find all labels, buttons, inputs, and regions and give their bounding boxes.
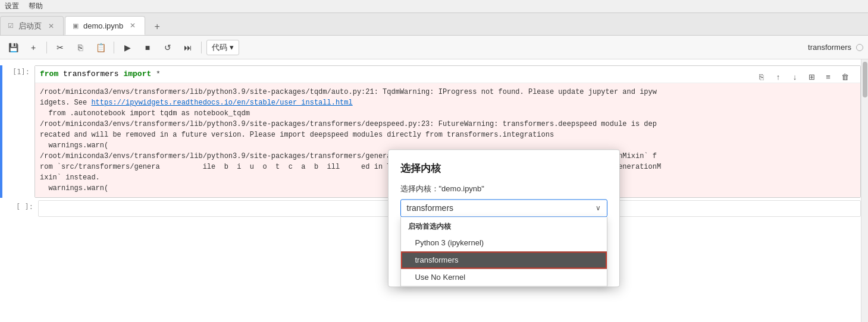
kernel-dropdown-list: 启动首选内核 Python 3 (ipykernel) transformers… (400, 217, 607, 286)
toolbar-divider-1 (46, 42, 47, 53)
tab-add-button[interactable]: + (149, 18, 165, 35)
cell-type-arrow: ▾ (230, 43, 234, 52)
kernel-name-label: transformers (808, 43, 851, 52)
tab-bar: ☑ 启动页 ✕ ▣ demo.ipynb ✕ + (0, 13, 868, 36)
toolbar-divider-3 (201, 42, 202, 53)
kernel-select-value: transformers (407, 203, 596, 213)
cell-type-select[interactable]: 代码 ▾ (206, 40, 239, 55)
interrupt-button[interactable]: ■ (139, 39, 156, 56)
tab-startup[interactable]: ☑ 启动页 ✕ (0, 16, 64, 35)
toolbar-right: transformers (808, 43, 863, 52)
cell-type-label: 代码 (212, 42, 227, 53)
toolbar: 💾 + ✂ ⎘ 📋 ▶ ■ ↺ ⏭ 代码 ▾ transformers (0, 36, 868, 59)
cut-button[interactable]: ✂ (52, 39, 68, 56)
notebook-area: ⎘ ↑ ↓ ⊞ ≡ 🗑 [1]: from transformers impor… (0, 59, 868, 322)
copy-button[interactable]: ⎘ (72, 39, 89, 56)
restart-button[interactable]: ↺ (159, 39, 176, 56)
paste-button[interactable]: 📋 (92, 39, 109, 56)
dropdown-arrow-icon: ∨ (596, 204, 601, 212)
dropdown-item-nokernel[interactable]: Use No Kernel (401, 269, 607, 286)
dropdown-group-label: 启动首选内核 (401, 217, 607, 234)
tab-demo-ipynb[interactable]: ▣ demo.ipynb ✕ (65, 16, 145, 35)
dropdown-item-python3[interactable]: Python 3 (ipykernel) (401, 234, 607, 251)
tab-demo-icon: ▣ (73, 22, 79, 30)
kernel-select-dialog: 选择内核 选择内核："demo.ipynb" transformers ∨ 启动… (388, 149, 620, 287)
kernel-status-indicator (856, 44, 863, 51)
add-cell-button[interactable]: + (25, 39, 42, 56)
tab-startup-label: 启动页 (18, 21, 42, 31)
save-button[interactable]: 💾 (5, 39, 21, 56)
tab-startup-icon: ☑ (8, 22, 14, 30)
menu-item-help[interactable]: 帮助 (29, 1, 43, 11)
dialog-title: 选择内核 (400, 162, 607, 175)
menu-bar: 设置 帮助 (0, 0, 868, 13)
tab-demo-label: demo.ipynb (83, 21, 123, 30)
tab-demo-close[interactable]: ✕ (128, 21, 137, 30)
dialog-subtitle: 选择内核："demo.ipynb" (400, 184, 607, 194)
menu-item-settings[interactable]: 设置 (5, 1, 19, 11)
modal-overlay: 选择内核 选择内核："demo.ipynb" transformers ∨ 启动… (0, 59, 868, 322)
tab-startup-close[interactable]: ✕ (46, 21, 56, 31)
dropdown-item-transformers[interactable]: transformers (401, 251, 607, 269)
restart-run-button[interactable]: ⏭ (180, 39, 196, 56)
toolbar-divider-2 (114, 42, 114, 53)
run-button[interactable]: ▶ (119, 39, 136, 56)
kernel-dropdown-trigger[interactable]: transformers ∨ (400, 199, 607, 217)
